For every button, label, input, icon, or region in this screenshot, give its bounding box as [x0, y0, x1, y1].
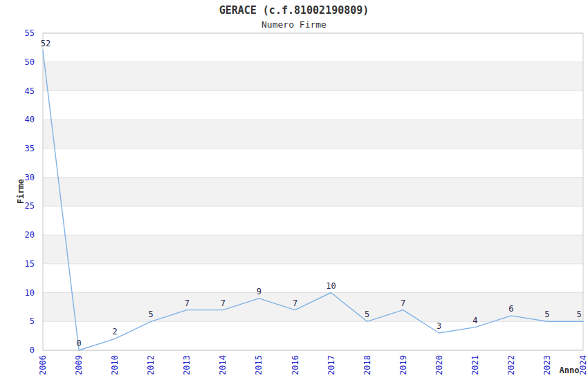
y-tick-label: 20	[25, 230, 35, 240]
band-stripe	[43, 120, 583, 149]
band-stripe	[43, 235, 583, 264]
y-tick-label: 25	[25, 201, 35, 211]
x-tick-label: 2017	[327, 355, 336, 375]
data-point-label: 5	[544, 310, 549, 319]
x-tick-label: 2016	[291, 355, 300, 375]
x-tick-label: 2018	[362, 355, 372, 375]
y-tick-label: 30	[25, 173, 35, 182]
data-point-label: 5	[576, 310, 581, 319]
data-point-label: 2	[112, 327, 117, 336]
data-point-label: 7	[401, 298, 405, 308]
band-stripe	[43, 178, 583, 207]
band-stripe	[43, 62, 583, 91]
y-tick-label: 35	[25, 144, 35, 153]
data-point-label: 5	[365, 310, 369, 319]
data-point-label: 3	[437, 321, 441, 331]
y-tick-label: 10	[25, 288, 35, 298]
data-point-label: 4	[472, 316, 477, 325]
x-tick-label: 2010	[110, 355, 120, 375]
y-tick-label: 50	[25, 57, 35, 67]
x-tick-label: 2021	[470, 355, 480, 375]
x-tick-label: 2006	[38, 355, 48, 375]
data-point-label: 7	[185, 298, 190, 308]
y-tick-label: 45	[25, 86, 35, 96]
y-tick-label: 0	[30, 345, 35, 355]
chart-container: GERACE (c.f.81002190809) Numero Firme Fi…	[0, 0, 588, 380]
y-tick-label: 55	[25, 28, 35, 38]
y-tick-label: 5	[30, 316, 35, 326]
x-tick-label: 2023	[542, 355, 552, 375]
x-tick-label: 2015	[254, 355, 264, 375]
data-point-label: 9	[257, 287, 261, 296]
data-point-label: 0	[76, 339, 81, 348]
data-point-label: 5	[149, 310, 154, 319]
x-tick-label: 2020	[434, 355, 444, 375]
y-tick-label: 15	[25, 259, 35, 269]
data-point-label: 52	[41, 39, 50, 48]
x-tick-label: 2022	[506, 355, 516, 375]
x-tick-label: 2024	[578, 355, 588, 375]
x-tick-label: 2014	[218, 355, 228, 375]
x-tick-label: 2019	[398, 355, 408, 375]
y-tick-label: 40	[25, 115, 35, 124]
data-point-label: 7	[293, 298, 297, 308]
band-stripe	[43, 293, 583, 322]
x-axis-title: Anno	[560, 365, 580, 375]
data-point-label: 6	[508, 304, 513, 314]
data-point-label: 10	[326, 281, 336, 291]
x-tick-label: 2012	[146, 355, 156, 375]
x-tick-label: 2013	[182, 355, 192, 375]
chart-plot-area: 5202577971057346550510152025303540455055…	[0, 0, 588, 380]
data-point-label: 7	[221, 298, 226, 308]
x-tick-label: 2009	[74, 355, 84, 375]
